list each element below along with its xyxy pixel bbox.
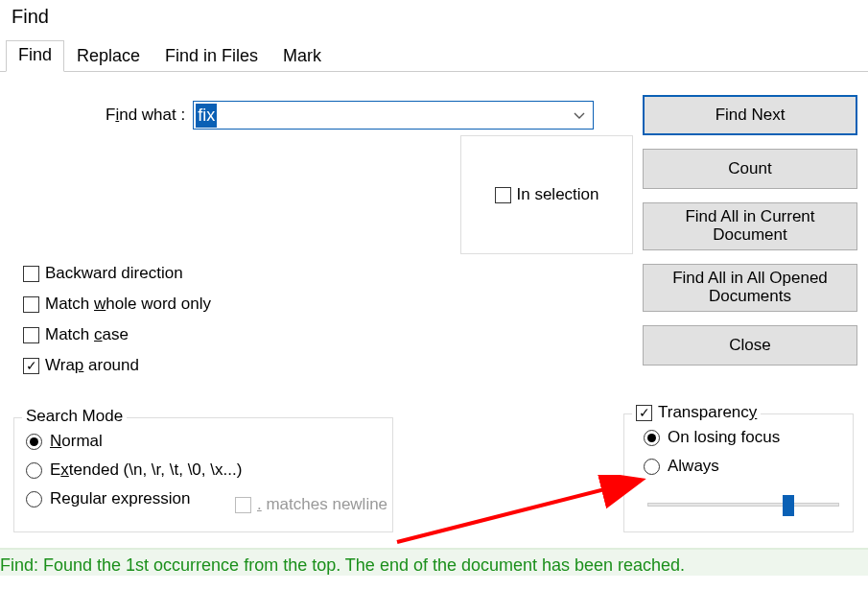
transparency-always-label: Always (668, 457, 719, 476)
transparency-on-losing-radio[interactable] (644, 430, 660, 446)
slider-thumb[interactable] (783, 495, 794, 516)
find-what-label: Find what : (106, 106, 185, 125)
in-selection-label: In selection (517, 185, 599, 204)
tab-bar: Find Replace Find in Files Mark (0, 39, 868, 72)
find-what-combobox[interactable]: fix (193, 101, 594, 130)
search-mode-normal-label: Normal (50, 432, 103, 451)
search-mode-regex-label: Regular expression (50, 489, 190, 508)
whole-word-checkbox[interactable] (23, 296, 39, 313)
match-case-checkbox[interactable] (23, 327, 39, 343)
matches-newline-label: . matches newline (257, 495, 387, 514)
search-mode-extended-label: Extended (\n, \r, \t, \0, \x...) (50, 460, 242, 480)
wrap-around-checkbox[interactable] (23, 358, 39, 374)
annotation-arrow (393, 475, 662, 552)
search-mode-regex-radio[interactable] (26, 491, 42, 507)
transparency-on-losing-label: On losing focus (668, 428, 780, 447)
find-all-current-button[interactable]: Find All in Current Document (643, 202, 857, 250)
in-selection-checkbox[interactable] (495, 187, 511, 203)
whole-word-label: Match whole word only (45, 295, 211, 314)
status-bar: Find: Found the 1st occurrence from the … (0, 548, 868, 576)
backward-direction-checkbox[interactable] (23, 266, 39, 282)
match-case-label: Match case (45, 325, 129, 344)
matches-newline-checkbox (235, 497, 251, 513)
find-all-opened-button[interactable]: Find All in All Opened Documents (643, 264, 857, 312)
search-mode-group: Search Mode Normal Extended (\n, \r, \t,… (13, 417, 393, 532)
tab-find-in-files[interactable]: Find in Files (152, 41, 270, 72)
find-next-button[interactable]: Find Next (643, 95, 857, 135)
in-selection-group: In selection (460, 135, 633, 254)
window-title: Find (0, 0, 868, 30)
search-mode-extended-radio[interactable] (26, 462, 42, 479)
close-button[interactable]: Close (643, 325, 857, 366)
transparency-slider[interactable] (647, 503, 839, 507)
backward-direction-label: Backward direction (45, 264, 183, 283)
svg-line-0 (397, 481, 639, 542)
transparency-always-radio[interactable] (644, 459, 660, 475)
search-mode-label: Search Mode (22, 407, 127, 426)
tab-find[interactable]: Find (6, 40, 64, 72)
tab-mark[interactable]: Mark (270, 41, 334, 72)
transparency-checkbox[interactable] (636, 405, 652, 421)
count-button[interactable]: Count (643, 149, 857, 189)
find-what-value[interactable]: fix (196, 104, 217, 128)
tab-replace[interactable]: Replace (64, 41, 152, 72)
chevron-down-icon[interactable] (574, 106, 585, 125)
wrap-around-label: Wrap around (45, 356, 139, 375)
transparency-label: Transparency (658, 403, 757, 422)
transparency-group: Transparency On losing focus Always (623, 413, 854, 532)
search-mode-normal-radio[interactable] (26, 434, 42, 450)
